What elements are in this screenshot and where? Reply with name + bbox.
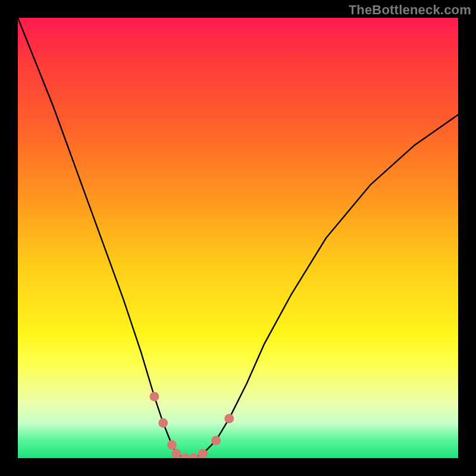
chart-svg <box>18 18 458 458</box>
watermark-text: TheBottleneck.com <box>349 2 471 18</box>
plot-area <box>18 18 458 458</box>
marker-dot <box>149 392 159 401</box>
marker-dot <box>180 453 190 458</box>
marker-dot <box>198 449 208 458</box>
marker-dot <box>171 449 181 458</box>
marker-dot <box>224 414 234 423</box>
marker-dot <box>211 436 221 445</box>
marker-dot <box>189 453 199 458</box>
marker-dot <box>167 440 177 450</box>
marker-dot <box>158 418 168 428</box>
chart-stage: TheBottleneck.com <box>0 0 476 476</box>
highlight-markers <box>149 392 234 458</box>
curve-line <box>18 18 458 458</box>
